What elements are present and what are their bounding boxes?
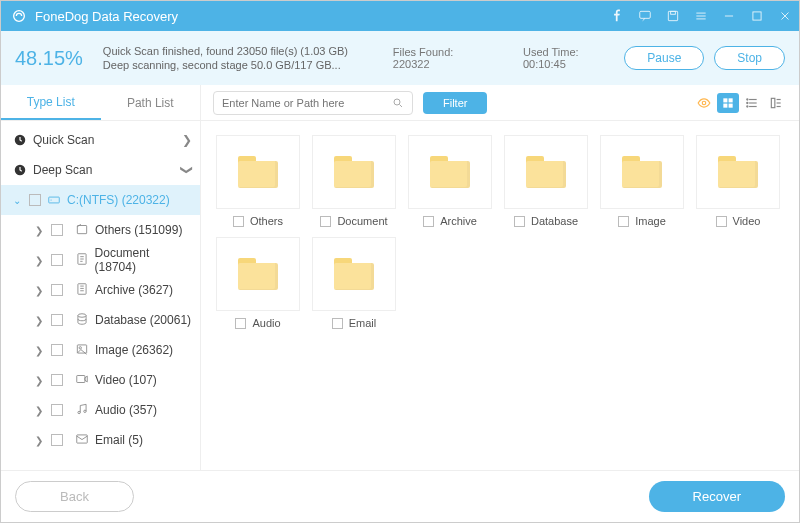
tree-item[interactable]: ❯Document (18704) xyxy=(29,245,200,275)
grid-item[interactable]: Video xyxy=(695,135,781,227)
category-icon xyxy=(75,222,89,239)
search-box[interactable] xyxy=(213,91,413,115)
tree-drive[interactable]: ⌄ C:(NTFS) (220322) xyxy=(1,185,200,215)
chevron-down-icon: ❯ xyxy=(180,165,194,175)
grid-item[interactable]: Image xyxy=(599,135,685,227)
app-logo-icon xyxy=(11,8,27,24)
progress-percent: 48.15% xyxy=(15,47,83,70)
checkbox[interactable] xyxy=(320,216,331,227)
checkbox[interactable] xyxy=(233,216,244,227)
filter-button[interactable]: Filter xyxy=(423,92,487,114)
checkbox[interactable] xyxy=(618,216,629,227)
pause-button[interactable]: Pause xyxy=(624,46,704,70)
checkbox[interactable] xyxy=(29,194,41,206)
chevron-right-icon: ❯ xyxy=(35,435,47,446)
toolbar: Filter xyxy=(201,85,799,121)
view-detail-icon[interactable] xyxy=(765,93,787,113)
checkbox[interactable] xyxy=(51,224,63,236)
tab-path-list[interactable]: Path List xyxy=(101,85,201,120)
maximize-icon[interactable] xyxy=(743,1,771,31)
tree-item-label: Document (18704) xyxy=(95,246,192,274)
grid-item[interactable]: Email xyxy=(311,237,397,329)
svg-rect-27 xyxy=(77,375,85,382)
checkbox[interactable] xyxy=(332,318,343,329)
svg-rect-15 xyxy=(77,225,86,233)
checkbox[interactable] xyxy=(51,314,63,326)
folder-thumbnail xyxy=(216,135,300,209)
folder-thumbnail xyxy=(312,135,396,209)
tree-item[interactable]: ❯Video (107) xyxy=(29,365,200,395)
view-grid-icon[interactable] xyxy=(717,93,739,113)
save-icon[interactable] xyxy=(659,1,687,31)
tree-item[interactable]: ❯Image (26362) xyxy=(29,335,200,365)
feedback-icon[interactable] xyxy=(631,1,659,31)
folder-icon xyxy=(238,156,278,188)
svg-point-33 xyxy=(702,101,706,105)
svg-rect-1 xyxy=(640,11,651,18)
grid-item[interactable]: Archive xyxy=(407,135,493,227)
folder-icon xyxy=(334,156,374,188)
tree-quick-scan-label: Quick Scan xyxy=(33,133,94,147)
tree-item[interactable]: ❯Audio (357) xyxy=(29,395,200,425)
svg-rect-34 xyxy=(723,98,727,102)
tab-type-list[interactable]: Type List xyxy=(1,85,101,120)
svg-point-43 xyxy=(747,105,748,106)
svg-rect-35 xyxy=(729,98,733,102)
title-bar: FoneDog Data Recovery xyxy=(1,1,799,31)
grid-item[interactable]: Others xyxy=(215,135,301,227)
checkbox[interactable] xyxy=(716,216,727,227)
checkbox[interactable] xyxy=(51,284,63,296)
checkbox[interactable] xyxy=(423,216,434,227)
tree-item[interactable]: ❯Email (5) xyxy=(29,425,200,455)
folder-icon xyxy=(622,156,662,188)
close-icon[interactable] xyxy=(771,1,799,31)
tree-item-label: Archive (3627) xyxy=(95,283,173,297)
checkbox[interactable] xyxy=(235,318,246,329)
back-button[interactable]: Back xyxy=(15,481,134,512)
checkbox[interactable] xyxy=(51,254,63,266)
grid-item[interactable]: Audio xyxy=(215,237,301,329)
checkbox[interactable] xyxy=(51,344,63,356)
view-list-icon[interactable] xyxy=(741,93,763,113)
grid-item[interactable]: Database xyxy=(503,135,589,227)
grid-item-label: Document xyxy=(337,215,387,227)
folder-thumbnail xyxy=(600,135,684,209)
svg-rect-44 xyxy=(771,98,775,107)
facebook-icon[interactable] xyxy=(603,1,631,31)
folder-thumbnail xyxy=(216,237,300,311)
svg-rect-13 xyxy=(49,197,60,203)
menu-icon[interactable] xyxy=(687,1,715,31)
tree-item[interactable]: ❯Database (20061) xyxy=(29,305,200,335)
stop-button[interactable]: Stop xyxy=(714,46,785,70)
minimize-icon[interactable] xyxy=(715,1,743,31)
file-grid: OthersDocumentArchiveDatabaseImageVideoA… xyxy=(201,121,799,470)
tree-deep-scan[interactable]: Deep Scan ❯ xyxy=(1,155,200,185)
tree-item[interactable]: ❯Others (151099) xyxy=(29,215,200,245)
svg-rect-30 xyxy=(77,434,88,442)
grid-item[interactable]: Document xyxy=(311,135,397,227)
checkbox[interactable] xyxy=(514,216,525,227)
category-icon xyxy=(75,252,89,269)
preview-toggle-icon[interactable] xyxy=(693,93,715,113)
grid-item-label: Image xyxy=(635,215,666,227)
tree-drive-label: C:(NTFS) (220322) xyxy=(67,193,170,207)
category-icon xyxy=(75,402,89,419)
svg-rect-37 xyxy=(729,103,733,107)
grid-item-label: Email xyxy=(349,317,377,329)
folder-thumbnail xyxy=(408,135,492,209)
checkbox[interactable] xyxy=(51,434,63,446)
tree-item[interactable]: ❯Archive (3627) xyxy=(29,275,200,305)
svg-rect-3 xyxy=(671,11,676,14)
recover-button[interactable]: Recover xyxy=(649,481,785,512)
svg-point-31 xyxy=(394,99,400,105)
tree-quick-scan[interactable]: Quick Scan ❯ xyxy=(1,125,200,155)
category-icon xyxy=(75,282,89,299)
folder-thumbnail xyxy=(696,135,780,209)
svg-point-41 xyxy=(747,98,748,99)
sidebar: Type List Path List Quick Scan ❯ Deep Sc… xyxy=(1,85,201,470)
checkbox[interactable] xyxy=(51,374,63,386)
tree-item-label: Audio (357) xyxy=(95,403,157,417)
svg-point-24 xyxy=(78,313,86,317)
search-input[interactable] xyxy=(222,97,392,109)
checkbox[interactable] xyxy=(51,404,63,416)
